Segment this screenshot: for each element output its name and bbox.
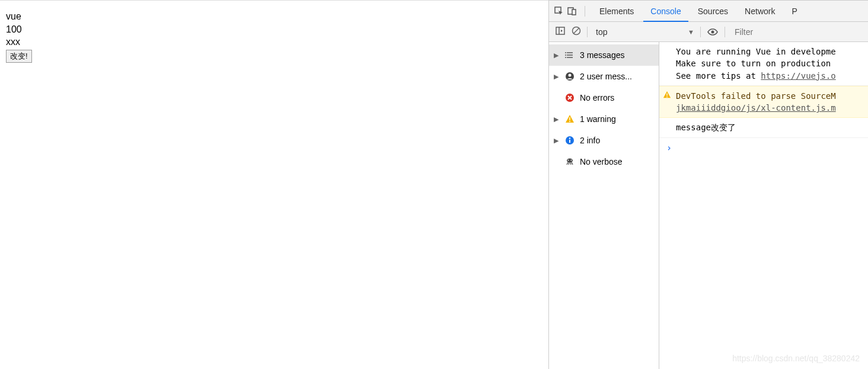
log-link[interactable]: https://vuejs.o <box>761 71 835 81</box>
devtools-panel: Elements Console Sources Network P top ▼… <box>548 0 868 369</box>
context-label: top <box>593 27 684 37</box>
sidebar-item-label: 2 user mess... <box>580 72 654 81</box>
console-body: ▶ 3 messages ▶ 2 user mess... ▶ No error… <box>549 42 868 369</box>
sidebar-item-label: 2 info <box>580 136 654 145</box>
svg-point-30 <box>666 97 668 98</box>
chevron-down-icon: ▼ <box>688 28 694 36</box>
console-messages: You are running Vue in developme Make su… <box>659 42 868 369</box>
sidebar-item-label: No errors <box>580 93 654 102</box>
svg-line-25 <box>567 162 568 165</box>
text-line-3: xxx <box>6 36 542 49</box>
sidebar-item-verbose[interactable]: ▶ No verbose <box>549 151 659 172</box>
tab-more[interactable]: P <box>784 1 804 22</box>
separator <box>725 27 725 37</box>
live-expression-icon[interactable] <box>707 28 719 36</box>
expand-arrow-icon: ▶ <box>554 52 560 59</box>
tab-console[interactable]: Console <box>643 1 688 22</box>
console-sidebar: ▶ 3 messages ▶ 2 user mess... ▶ No error… <box>549 42 659 369</box>
svg-point-24 <box>571 160 572 161</box>
filter-input[interactable] <box>731 27 802 37</box>
console-toolbar: top ▼ <box>549 22 868 42</box>
svg-line-26 <box>569 163 569 165</box>
verbose-icon <box>564 156 575 167</box>
svg-line-27 <box>570 163 571 165</box>
context-selector[interactable]: top ▼ <box>593 27 694 37</box>
separator <box>587 27 588 37</box>
svg-line-6 <box>574 28 579 34</box>
log-text: See more tips at <box>676 71 761 81</box>
expand-arrow-icon: ▶ <box>554 115 560 123</box>
tab-network[interactable]: Network <box>738 1 782 22</box>
separator <box>585 6 585 17</box>
error-icon <box>564 92 575 103</box>
svg-point-18 <box>569 121 570 122</box>
page-viewport: vue 100 xxx 改变! <box>0 0 548 369</box>
svg-point-12 <box>565 54 566 56</box>
expand-arrow-icon: ▶ <box>554 137 560 145</box>
sidebar-item-label: No verbose <box>580 157 654 166</box>
sidebar-item-warnings[interactable]: ▶ 1 warning <box>549 108 659 130</box>
warning-icon <box>663 90 672 100</box>
expand-arrow-icon: ▶ <box>554 73 560 81</box>
log-text: DevTools failed to parse SourceM <box>676 91 836 101</box>
log-text: You are running Vue in developme <box>676 47 836 56</box>
svg-point-22 <box>567 159 573 163</box>
separator <box>700 27 701 37</box>
sidebar-item-user[interactable]: ▶ 2 user mess... <box>549 66 659 87</box>
sidebar-item-errors[interactable]: ▶ No errors <box>549 87 659 108</box>
tab-elements[interactable]: Elements <box>592 1 641 22</box>
log-text: message改变了 <box>676 123 736 132</box>
warning-icon <box>564 114 575 124</box>
svg-rect-2 <box>572 9 576 15</box>
devtools-tabbar: Elements Console Sources Network P <box>549 1 868 22</box>
clear-console-icon[interactable] <box>572 26 581 37</box>
user-icon <box>564 71 575 82</box>
console-log-entry[interactable]: message改变了 <box>659 118 868 137</box>
svg-point-13 <box>565 57 566 58</box>
sidebar-toggle-icon[interactable] <box>555 25 566 38</box>
svg-line-28 <box>572 162 573 165</box>
inspect-icon[interactable] <box>554 6 564 17</box>
console-log-entry[interactable]: You are running Vue in developme Make su… <box>659 42 868 86</box>
log-link[interactable]: jkmaiiiddgioo/js/xl-content.js.m <box>676 103 836 113</box>
tab-sources[interactable]: Sources <box>691 1 735 22</box>
text-line-1: vue <box>6 10 542 23</box>
list-icon <box>564 50 575 60</box>
sidebar-item-info[interactable]: ▶ 2 info <box>549 130 659 151</box>
device-toggle-icon[interactable] <box>567 6 577 17</box>
sidebar-item-label: 3 messages <box>580 50 654 60</box>
sidebar-item-label: 1 warning <box>580 114 654 124</box>
svg-point-7 <box>711 30 714 33</box>
svg-point-20 <box>569 137 570 139</box>
svg-rect-21 <box>569 140 570 143</box>
svg-rect-3 <box>556 27 564 34</box>
text-line-2: 100 <box>6 23 542 36</box>
console-prompt[interactable]: › <box>659 138 868 158</box>
info-icon <box>564 135 575 146</box>
svg-point-11 <box>565 52 566 53</box>
sidebar-item-messages[interactable]: ▶ 3 messages <box>549 44 659 66</box>
console-warning-entry[interactable]: DevTools failed to parse SourceM jkmaiii… <box>659 86 868 118</box>
svg-point-23 <box>568 160 569 161</box>
change-button[interactable]: 改变! <box>6 50 32 63</box>
log-text: Make sure to turn on production <box>676 59 831 68</box>
svg-point-15 <box>569 74 572 77</box>
